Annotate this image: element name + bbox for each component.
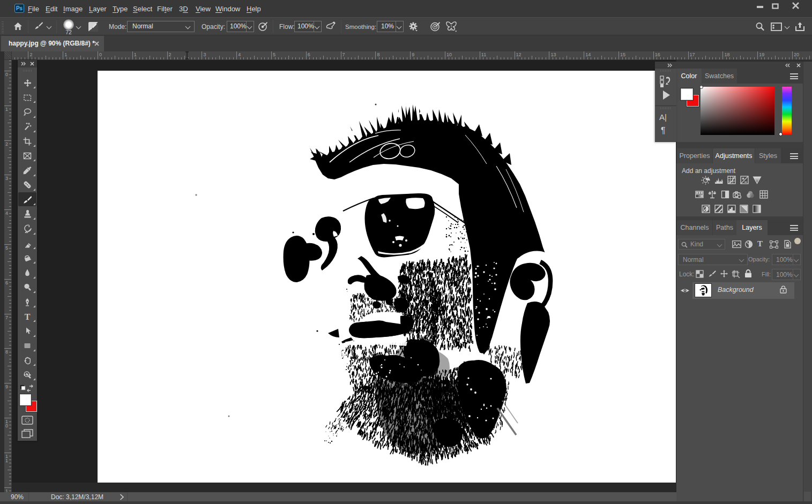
svg-text:T: T	[25, 312, 31, 321]
